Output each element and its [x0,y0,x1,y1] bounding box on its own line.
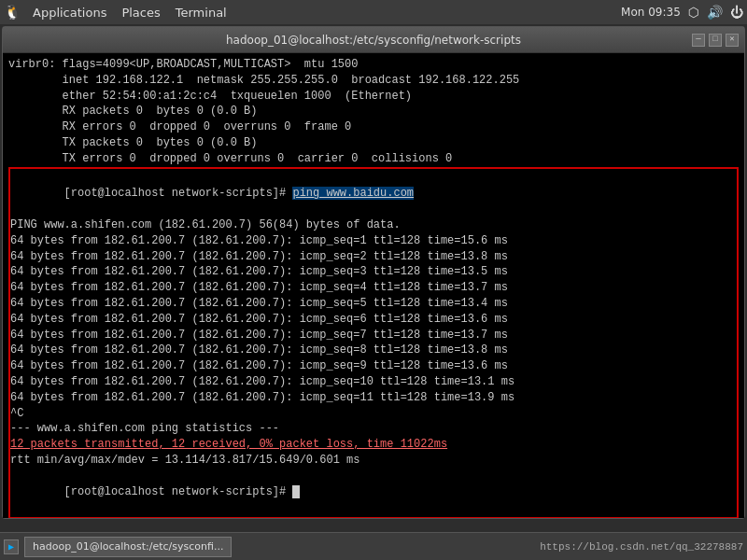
ping-line-1: 64 bytes from 182.61.200.7 (182.61.200.7… [10,233,737,249]
ping-line-7: 64 bytes from 182.61.200.7 (182.61.200.7… [10,328,737,343]
ping-line-6: 64 bytes from 182.61.200.7 (182.61.200.7… [10,312,737,328]
ping-line-10: 64 bytes from 182.61.200.7 (182.61.200.7… [10,374,737,390]
highlighted-section: [root@localhost network-scripts]# ping w… [8,167,739,518]
window-title: hadoop_01@localhost:/etc/sysconfig/netwo… [226,34,521,47]
clock-label: Mon 09:35 [621,6,681,19]
pre-line-5: TX packets 0 bytes 0 (0.0 B) [8,135,739,151]
terminal-content[interactable]: virbr0: flags=4099<UP,BROADCAST,MULTICAS… [3,53,744,518]
ping-line-2: 64 bytes from 182.61.200.7 (182.61.200.7… [10,249,737,265]
menu-terminal[interactable]: Terminal [168,4,234,21]
ping-line-5: 64 bytes from 182.61.200.7 (182.61.200.7… [10,296,737,312]
taskbar-url: https://blog.csdn.net/qq_32278887 [540,541,743,553]
prompt-part: [root@localhost network-scripts]# [64,187,293,200]
stats-line1: --- www.a.shifen.com ping statistics --- [10,421,737,437]
ping-line-3: 64 bytes from 182.61.200.7 (182.61.200.7… [10,264,737,280]
command-text: ping www.baidu.com [292,187,414,200]
volume-icon[interactable]: 🔊 [707,5,723,20]
terminal-window: hadoop_01@localhost:/etc/sysconfig/netwo… [2,26,745,519]
network-icon[interactable]: ⬡ [688,5,699,20]
terminal-icon-glyph: ▶ [8,541,14,553]
taskbar-window-label: hadoop_01@localhost:/etc/sysconfi... [33,540,223,553]
cursor-block [292,485,299,498]
menubar: 🐧 Applications Places Terminal Mon 09:35… [0,0,747,24]
pre-line-2: ether 52:54:00:a1:2c:c4 txqueuelen 1000 … [8,89,739,105]
final-prompt-text: [root@localhost network-scripts]# [64,485,293,498]
taskbar: ▶ hadoop_01@localhost:/etc/sysconfi... h… [0,532,747,560]
ping-line-9: 64 bytes from 182.61.200.7 (182.61.200.7… [10,358,737,374]
ping-line-4: 64 bytes from 182.61.200.7 (182.61.200.7… [10,280,737,296]
distro-icon: 🐧 [4,4,21,21]
menu-left: 🐧 Applications Places Terminal [4,4,234,21]
taskbar-terminal-icon: ▶ [4,539,19,554]
ctrl-c-line: ^C [10,406,737,422]
pre-line-4: RX errors 0 dropped 0 overruns 0 frame 0 [8,119,739,135]
stats-line3: rtt min/avg/max/mdev = 13.114/13.817/15.… [10,453,737,469]
power-icon[interactable]: ⏻ [730,5,743,20]
command-line: [root@localhost network-scripts]# ping w… [10,171,737,217]
minimize-button[interactable]: ─ [692,34,705,47]
ping-line-0: PING www.a.shifen.com (182.61.200.7) 56(… [10,217,737,233]
menu-applications[interactable]: Applications [25,4,114,21]
stats-line2: 12 packets transmitted, 12 received, 0% … [10,437,737,453]
pre-line-3: RX packets 0 bytes 0 (0.0 B) [8,104,739,119]
close-button[interactable]: ✕ [726,34,739,47]
pre-line-6: TX errors 0 dropped 0 overruns 0 carrier… [8,151,739,167]
ping-line-11: 64 bytes from 182.61.200.7 (182.61.200.7… [10,390,737,406]
taskbar-window-button[interactable]: hadoop_01@localhost:/etc/sysconfi... [24,537,232,557]
maximize-button[interactable]: □ [709,34,722,47]
ping-line-8: 64 bytes from 182.61.200.7 (182.61.200.7… [10,343,737,358]
final-prompt-line: [root@localhost network-scripts]# [10,469,737,515]
pre-line-1: inet 192.168.122.1 netmask 255.255.255.0… [8,73,739,89]
terminal-titlebar: hadoop_01@localhost:/etc/sysconfig/netwo… [3,27,744,53]
menu-places[interactable]: Places [114,4,167,21]
pre-line-0: virbr0: flags=4099<UP,BROADCAST,MULTICAS… [8,57,739,73]
menu-right: Mon 09:35 ⬡ 🔊 ⏻ [621,5,743,20]
window-controls: ─ □ ✕ [692,34,739,47]
